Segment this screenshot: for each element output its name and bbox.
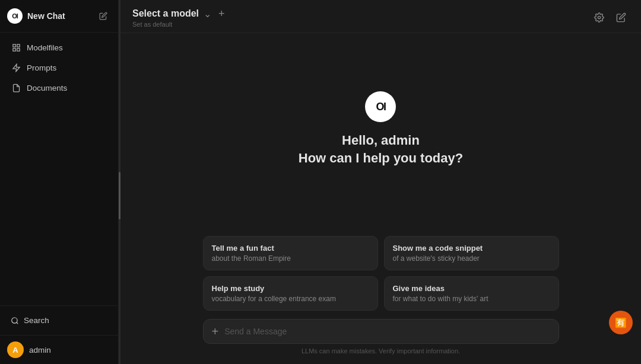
username: admin [29, 346, 51, 355]
input-box: + [203, 319, 559, 344]
floating-translate-button[interactable]: 🈶 [609, 311, 633, 334]
svg-point-7 [598, 16, 600, 18]
suggestion-card-1[interactable]: Show me a code snippet of a website's st… [384, 236, 559, 270]
suggestion-title-0: Tell me a fun fact [212, 244, 369, 253]
suggestion-sub-3: for what to do with my kids' art [393, 295, 550, 303]
model-select-row: Select a model ⌄ + [132, 7, 227, 20]
svg-rect-1 [17, 44, 20, 47]
model-name[interactable]: Select a model [132, 8, 199, 19]
main-panel: Select a model ⌄ + Set as default [120, 0, 641, 364]
attach-button[interactable]: + [212, 325, 219, 337]
sidebar-nav: Modelfiles Prompts Documents [0, 33, 118, 305]
topbar-actions [591, 9, 629, 25]
sidebar-item-documents[interactable]: Documents [4, 78, 115, 98]
svg-rect-3 [13, 49, 15, 51]
model-selector: Select a model ⌄ + Set as default [132, 7, 227, 28]
sidebar-logo-title[interactable]: OI New Chat [7, 8, 65, 24]
set-default-label: Set as default [132, 21, 227, 28]
chat-area: OI Hello, admin How can I help you today… [120, 33, 641, 364]
chevron-down-icon[interactable]: ⌄ [204, 8, 211, 20]
sidebar: OI New Chat Modelfiles Prompts [0, 0, 119, 364]
sidebar-item-prompts[interactable]: Prompts [4, 58, 115, 78]
avatar: A [7, 341, 24, 358]
compose-button[interactable] [613, 9, 629, 25]
welcome-section: OI Hello, admin How can I help you today… [299, 45, 463, 212]
sidebar-item-modelfiles-label: Modelfiles [27, 43, 63, 52]
sidebar-item-modelfiles[interactable]: Modelfiles [4, 38, 115, 58]
search-label: Search [24, 316, 49, 325]
edit-icon [99, 12, 107, 20]
sidebar-search-section: Search [0, 305, 118, 335]
translate-icon: 🈶 [615, 317, 627, 328]
input-area: + LLMs can make mistakes. Verify importa… [203, 319, 559, 364]
settings-button[interactable] [591, 9, 607, 25]
new-chat-edit-button[interactable] [97, 9, 110, 23]
disclaimer: LLMs can make mistakes. Verify important… [203, 344, 559, 360]
welcome-logo-text: OI [376, 101, 385, 113]
sidebar-item-prompts-label: Prompts [27, 63, 56, 72]
welcome-logo: OI [365, 91, 396, 122]
suggestion-title-3: Give me ideas [393, 284, 550, 293]
welcome-subtitle: How can I help you today? [299, 151, 463, 166]
message-input[interactable] [224, 327, 550, 336]
svg-rect-0 [13, 44, 15, 47]
document-icon [12, 84, 21, 92]
sidebar-title: New Chat [27, 11, 65, 21]
suggestion-sub-0: about the Roman Empire [212, 254, 369, 263]
suggestion-card-2[interactable]: Help me study vocabulary for a college e… [203, 276, 378, 311]
logo-circle: OI [7, 8, 23, 24]
sidebar-footer[interactable]: A admin [0, 335, 118, 364]
suggestion-sub-1: of a website's sticky header [393, 254, 550, 263]
logo-text: OI [12, 12, 18, 20]
suggestion-card-3[interactable]: Give me ideas for what to do with my kid… [384, 276, 559, 311]
suggestion-title-2: Help me study [212, 284, 369, 293]
svg-point-5 [12, 317, 17, 323]
svg-line-6 [17, 322, 18, 324]
svg-marker-4 [13, 64, 20, 72]
suggestion-sub-2: vocabulary for a college entrance exam [212, 295, 369, 303]
topbar: Select a model ⌄ + Set as default [120, 0, 641, 33]
settings-icon [594, 12, 604, 23]
sidebar-item-documents-label: Documents [27, 84, 67, 92]
grid-icon [12, 43, 21, 52]
lightning-icon [12, 63, 21, 72]
compose-icon [616, 12, 626, 23]
add-model-button[interactable]: + [216, 7, 227, 20]
search-button[interactable]: Search [6, 311, 112, 330]
search-icon [11, 317, 19, 325]
suggestion-title-1: Show me a code snippet [393, 244, 550, 253]
sidebar-header: OI New Chat [0, 0, 118, 33]
suggestions-grid: Tell me a fun fact about the Roman Empir… [203, 236, 559, 311]
suggestion-card-0[interactable]: Tell me a fun fact about the Roman Empir… [203, 236, 378, 270]
svg-rect-2 [17, 49, 20, 51]
welcome-hello: Hello, admin [342, 133, 420, 148]
